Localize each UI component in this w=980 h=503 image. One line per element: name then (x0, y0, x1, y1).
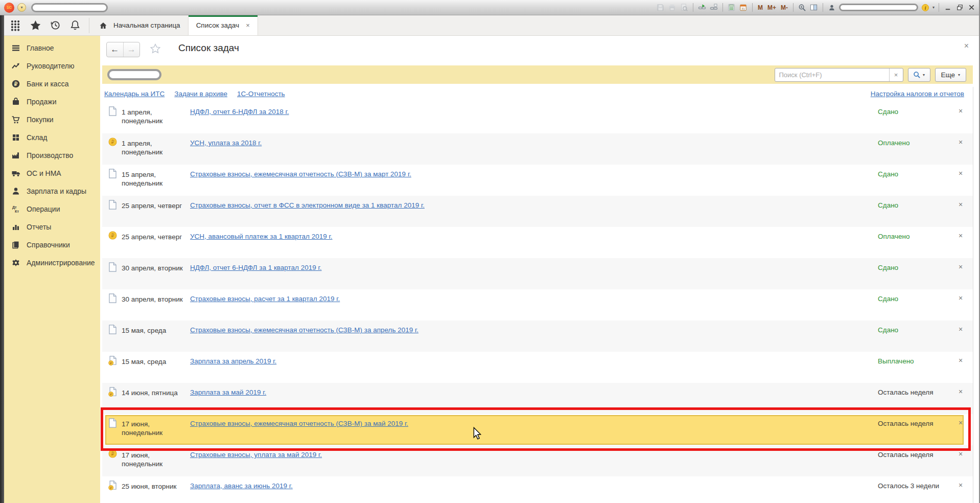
task-link[interactable]: Зарплата, аванс за июнь 2019 г. (190, 482, 293, 490)
task-row[interactable]: ₽25 июня, вторникЗарплата, аванс за июнь… (102, 476, 973, 503)
task-dismiss-icon[interactable]: × (959, 200, 963, 209)
tab-task-list-label: Список задач (196, 21, 240, 29)
memory-button-m+[interactable]: M+ (766, 4, 777, 11)
tab-task-list[interactable]: Список задач × (189, 15, 258, 35)
sidebar-item-0[interactable]: Главное (4, 39, 100, 57)
task-row[interactable]: ₽15 мая, средаЗарплата за апрель 2019 г.… (102, 352, 973, 383)
notifications-bell-icon[interactable] (69, 19, 81, 32)
sidebar-item-6[interactable]: Производство (4, 146, 100, 164)
task-dismiss-icon[interactable]: × (959, 481, 963, 489)
task-link[interactable]: Страховые взносы, расчет за 1 квартал 20… (190, 295, 340, 303)
form-close-icon[interactable]: × (964, 41, 969, 51)
task-link[interactable]: УСН, авансовый платеж за 1 квартал 2019 … (190, 233, 333, 240)
favorite-star-icon[interactable] (150, 43, 161, 56)
task-dismiss-icon[interactable]: × (959, 107, 963, 115)
task-link[interactable]: Страховые взносы, отчет в ФСС в электрон… (190, 201, 425, 209)
sidebar-item-10[interactable]: Отчеты (4, 218, 100, 236)
link-1c-reporting[interactable]: 1С-Отчетность (237, 90, 285, 98)
more-button[interactable]: Еще ▾ (935, 68, 966, 82)
sidebar-item-11[interactable]: Справочники (4, 236, 100, 254)
task-link[interactable]: Страховые взносы, уплата за май 2019 г. (190, 451, 322, 459)
search-button[interactable]: ▾ (908, 68, 930, 82)
task-dismiss-icon[interactable]: × (959, 356, 963, 364)
sidebar-item-label: Покупки (27, 116, 54, 124)
task-dismiss-icon[interactable]: × (959, 138, 963, 146)
history-icon[interactable] (49, 19, 61, 32)
back-button[interactable]: ← (107, 42, 124, 57)
task-dismiss-icon[interactable]: × (959, 325, 963, 333)
chevron-down-icon[interactable]: ▾ (932, 5, 935, 10)
task-dismiss-icon[interactable]: × (959, 232, 963, 240)
task-link[interactable]: Зарплата за май 2019 г. (190, 388, 266, 396)
task-link[interactable]: НДФЛ, отчет 6-НДФЛ за 2018 г. (190, 108, 289, 116)
split-window-icon[interactable] (809, 3, 819, 12)
memory-button-m[interactable]: M (757, 4, 764, 11)
task-row[interactable]: 1 апреля, понедельникНДФЛ, отчет 6-НДФЛ … (102, 102, 973, 133)
link-archived-tasks[interactable]: Задачи в архиве (174, 90, 227, 98)
go-to-link-icon[interactable] (697, 3, 707, 12)
task-dismiss-icon[interactable]: × (959, 450, 963, 458)
apps-grid-icon[interactable] (9, 19, 21, 32)
task-row[interactable]: ₽17 июня, понедельникСтраховые взносы, у… (102, 445, 973, 476)
print-preview-icon[interactable] (680, 3, 689, 12)
calendar-icon[interactable]: 31 (739, 3, 748, 12)
sidebar-item-2[interactable]: ₽Банк и касса (4, 75, 100, 93)
task-row[interactable]: 15 апреля, понедельникСтраховые взносы, … (102, 165, 973, 196)
search-input[interactable] (775, 68, 889, 81)
favorites-star-icon[interactable] (29, 19, 41, 32)
sidebar-item-8[interactable]: Зарплата и кадры (4, 182, 100, 200)
calculator-icon[interactable] (727, 3, 736, 12)
search-clear-icon[interactable]: × (889, 68, 903, 81)
task-status: Осталось 3 недели (878, 482, 939, 490)
task-row[interactable]: ₽25 апреля, четвергУСН, авансовый платеж… (102, 227, 973, 258)
sidebar-item-4[interactable]: Покупки (4, 110, 100, 128)
task-dismiss-icon[interactable]: × (959, 419, 963, 427)
task-row[interactable]: 15 мая, средаСтраховые взносы, ежемесячн… (102, 321, 973, 352)
info-icon[interactable]: i (921, 3, 930, 12)
task-date: 1 апреля, понедельник (122, 139, 189, 156)
task-row-selected[interactable]: 17 июня, понедельникСтраховые взносы, еж… (102, 414, 973, 445)
truck-icon (11, 168, 21, 178)
get-link-icon[interactable] (709, 3, 718, 12)
forward-button[interactable]: → (124, 42, 140, 57)
task-dismiss-icon[interactable]: × (959, 263, 963, 271)
document-coin-icon: ₽ (108, 481, 117, 492)
task-link[interactable]: Страховые взносы, ежемесячная отчетность… (190, 170, 411, 178)
tab-home-label: Начальная страница (113, 21, 180, 29)
panel-icons (4, 15, 89, 35)
tab-home[interactable]: Начальная страница (89, 15, 189, 35)
sidebar-item-label: Администрирование (27, 259, 95, 267)
task-link[interactable]: Страховые взносы, ежемесячная отчетность… (190, 420, 408, 427)
minimize-icon[interactable] (943, 3, 952, 12)
link-tax-settings[interactable]: Настройка налогов и отчетов (871, 90, 964, 98)
task-row[interactable]: ₽14 июня, пятницаЗарплата за май 2019 г.… (102, 383, 973, 414)
user-icon[interactable] (827, 3, 836, 12)
tab-close-icon[interactable]: × (246, 21, 250, 29)
task-dismiss-icon[interactable]: × (959, 169, 963, 177)
task-status: Осталась неделя (878, 420, 934, 427)
sidebar-item-5[interactable]: Склад (4, 128, 100, 146)
task-row[interactable]: 30 апреля, вторникСтраховые взносы, расч… (102, 289, 973, 321)
save-icon[interactable] (656, 3, 665, 12)
link-its-calendar[interactable]: Календарь на ИТС (104, 90, 165, 98)
main-menu-dropdown-icon[interactable]: ▾ (17, 3, 26, 12)
sidebar-item-7[interactable]: ОС и НМА (4, 164, 100, 182)
task-row[interactable]: 25 апреля, четвергСтраховые взносы, отче… (102, 196, 973, 227)
task-link[interactable]: УСН, уплата за 2018 г. (190, 139, 262, 147)
task-row[interactable]: 30 апреля, вторникНДФЛ, отчет 6-НДФЛ за … (102, 258, 973, 289)
zoom-in-icon[interactable] (798, 3, 807, 12)
sidebar-item-1[interactable]: Руководителю (4, 57, 100, 75)
restore-icon[interactable] (955, 3, 964, 12)
sidebar-item-3[interactable]: Продажи (4, 93, 100, 110)
memory-button-m-[interactable]: M- (780, 4, 789, 11)
task-dismiss-icon[interactable]: × (959, 387, 963, 396)
task-link[interactable]: НДФЛ, отчет 6-НДФЛ за 1 квартал 2019 г. (190, 264, 322, 271)
close-icon[interactable] (967, 3, 976, 12)
sidebar-item-9[interactable]: ДтКтОперации (4, 200, 100, 218)
task-dismiss-icon[interactable]: × (959, 294, 963, 302)
task-link[interactable]: Страховые взносы, ежемесячная отчетность… (190, 326, 418, 334)
sidebar-item-12[interactable]: Администрирование (4, 254, 100, 271)
task-link[interactable]: Зарплата за апрель 2019 г. (190, 357, 276, 365)
print-icon[interactable] (668, 3, 677, 12)
task-row[interactable]: ₽1 апреля, понедельникУСН, уплата за 201… (102, 133, 973, 165)
